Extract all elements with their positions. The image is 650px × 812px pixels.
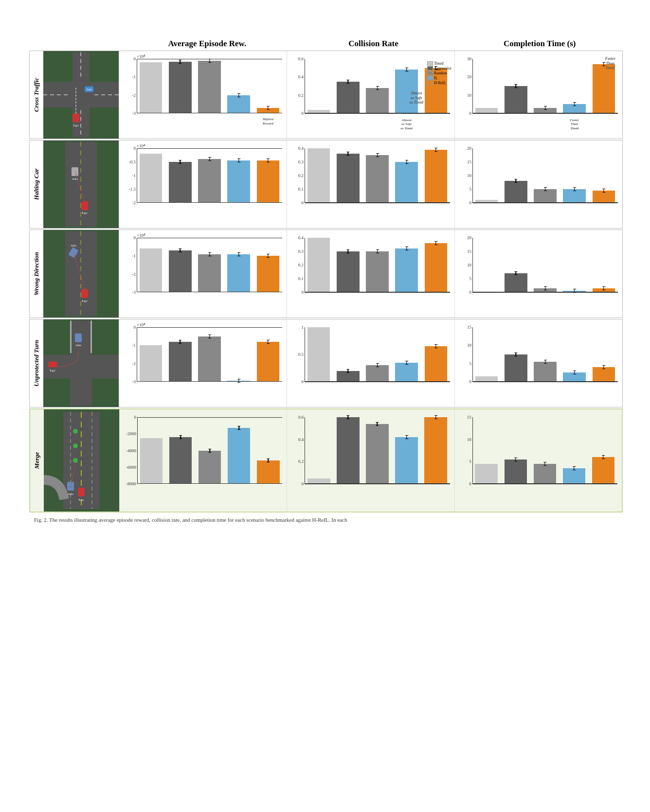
bar: [337, 154, 360, 203]
multiplier-label: ×10⁴: [137, 143, 145, 148]
bar-group: [305, 59, 333, 113]
error-bar: [545, 106, 546, 110]
error-bar: [377, 153, 378, 157]
bar: [140, 154, 162, 203]
y-axis-line: [472, 238, 473, 292]
scenario-image-cell: Ado Ego: [43, 51, 119, 139]
bar: [227, 95, 250, 113]
bar: [307, 238, 330, 292]
y-axis: 3020100: [458, 59, 472, 113]
bar: [395, 248, 418, 292]
scenario-label-cell: Wrong Direction: [30, 230, 43, 318]
y-axis: 0.60.40.20: [290, 59, 305, 113]
completion-chart-cell: 20151050: [454, 141, 622, 228]
y-axis-line: [305, 327, 305, 382]
multiplier-label: ×10⁴: [137, 54, 145, 59]
y-label: 0: [302, 200, 304, 205]
bar-group: [225, 148, 253, 203]
header-completion: Completion Time (s): [456, 39, 623, 49]
bars-container: [472, 327, 618, 382]
error-bar: [515, 458, 516, 461]
y-axis: 10.50: [290, 327, 305, 382]
bar-group: [560, 327, 589, 382]
bar-group: [472, 238, 501, 292]
error-bar: [603, 286, 604, 290]
bar: [198, 61, 221, 113]
bar-group: [305, 417, 333, 484]
bar-group: [560, 238, 589, 292]
bars-container: [305, 238, 450, 292]
y-label: 0: [469, 200, 472, 205]
y-label: 0: [469, 290, 472, 295]
error-bar: [209, 59, 210, 63]
error-bar: [603, 365, 604, 369]
y-label: -1: [132, 173, 136, 178]
bar: [425, 243, 448, 292]
error-bar: [545, 187, 546, 191]
error-bar: [180, 60, 181, 64]
y-label: 0.2: [298, 173, 304, 178]
bar-group: [254, 417, 282, 484]
error-bar: [574, 102, 575, 106]
y-axis-line: [472, 327, 473, 382]
bar-group: [166, 417, 195, 484]
bar-group: [422, 327, 450, 382]
bars-container: [305, 417, 450, 484]
bar: [169, 342, 192, 382]
error-bar: [268, 106, 269, 110]
y-label: -2: [132, 93, 136, 98]
bar: [505, 181, 527, 203]
y-label: 0: [302, 290, 304, 295]
error-bar: [209, 335, 210, 338]
svg-rect-33: [75, 334, 82, 342]
bar: [505, 354, 527, 382]
svg-text:Ado: Ado: [71, 244, 77, 247]
bar-group: [472, 327, 501, 382]
bar-group: [502, 417, 530, 484]
error-bar: [406, 361, 407, 365]
bar-group: [531, 417, 559, 484]
error-bar: [574, 466, 575, 470]
y-label: 0.4: [298, 74, 304, 79]
svg-text:Ego: Ego: [50, 369, 55, 372]
bar: [307, 148, 330, 203]
bar-group: [560, 417, 588, 484]
x-axis-line: [137, 202, 282, 203]
y-label: 10: [467, 343, 471, 348]
y-label: 0.2: [298, 93, 304, 98]
bar-group: [422, 417, 450, 484]
y-label: 0.2: [298, 263, 304, 267]
y-label: 5: [469, 276, 472, 281]
bar-group: [225, 327, 253, 382]
error-bar: [377, 422, 378, 426]
y-label: 10: [467, 93, 471, 98]
bar: [593, 191, 615, 203]
y-axis: 0.40.30.20.10: [290, 238, 305, 292]
y-label: 20: [467, 235, 471, 240]
header-row: Average Episode Rew. Collision Rate Comp…: [29, 39, 623, 49]
bar-group: HighestReward: [254, 59, 282, 113]
scenario-label-cell: Cross Traffic: [30, 51, 43, 139]
svg-point-44: [73, 458, 78, 463]
bar: [337, 417, 359, 484]
bar-group: [305, 327, 333, 382]
bar-group: [334, 59, 362, 113]
bar: [593, 64, 615, 113]
y-label: 0.4: [298, 146, 304, 151]
y-axis: 0-2000-4000-6000-8000: [123, 417, 137, 484]
y-axis-line: [305, 417, 305, 484]
y-axis: 0.60.40.20: [290, 417, 305, 484]
bar-group: [137, 327, 165, 382]
zero-line: [472, 203, 618, 203]
bar-group: [472, 59, 501, 113]
bar-group: [334, 417, 362, 484]
reward-chart-cell: ×10⁴ 0-1-2-3: [119, 51, 287, 139]
bar-group: [334, 148, 362, 203]
x-axis-line: [305, 292, 450, 292]
y-label: 0: [134, 56, 136, 61]
error-bar: [209, 157, 210, 161]
error-bar: [268, 159, 269, 162]
legend-color-box: [427, 66, 433, 71]
bar-group: [363, 59, 391, 113]
zero-line: [472, 484, 617, 484]
